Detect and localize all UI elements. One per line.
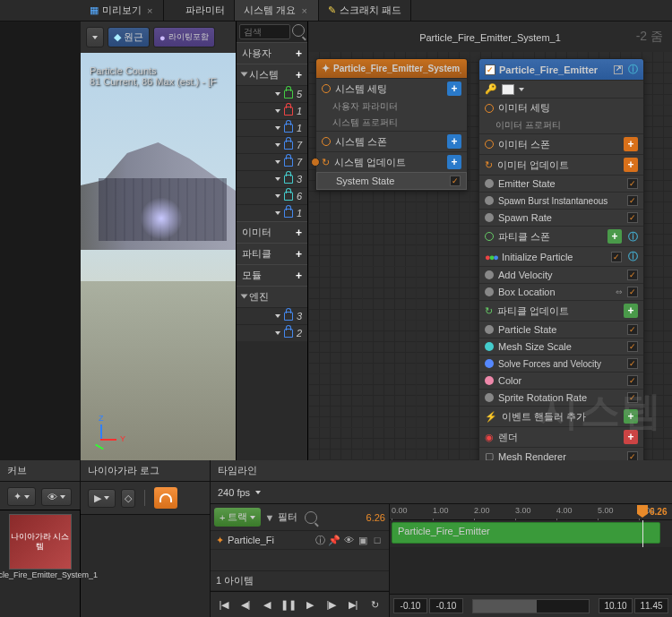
row-system-props[interactable]: 시스템 프로퍼티	[316, 115, 467, 131]
checkbox[interactable]	[627, 178, 638, 189]
filter-icon[interactable]: ▼	[264, 512, 274, 523]
play-button[interactable]: ▶	[300, 596, 320, 613]
add-button[interactable]: +	[447, 81, 461, 96]
param-row[interactable]: 3	[237, 307, 307, 324]
row-event-handler[interactable]: ⚡ 이벤트 핸들러 추가 +	[479, 406, 643, 426]
checkbox[interactable]	[627, 341, 638, 352]
info-icon[interactable]: ⓘ	[628, 63, 638, 76]
emitter-clip[interactable]: Particle_Fire_Emitter	[392, 522, 660, 544]
lock-icon[interactable]: ▣	[357, 534, 369, 546]
tab-overview[interactable]: 시스템 개요 ×	[235, 0, 319, 21]
section-system[interactable]: 시스템 +	[237, 64, 307, 85]
row-color[interactable]: Color	[479, 372, 643, 389]
tab-params[interactable]: 파라미터	[177, 0, 235, 21]
row-emitter-enable[interactable]: 🔑	[479, 80, 643, 98]
range-scrubber[interactable]	[472, 599, 590, 613]
row-user-params[interactable]: 사용자 파라미터	[316, 99, 467, 115]
close-icon[interactable]: ×	[300, 5, 309, 16]
chevron-down-icon[interactable]	[255, 491, 261, 494]
section-engine[interactable]: 엔진	[237, 286, 307, 307]
curve-view-button[interactable]: 👁	[41, 488, 72, 506]
row-add-velocity[interactable]: Add Velocity	[479, 266, 643, 283]
row-sprite-rotation[interactable]: Sprite Rotation Rate	[479, 389, 643, 406]
checkbox[interactable]	[627, 270, 638, 280]
row-emitter-settings[interactable]: 이미터 세팅	[479, 98, 643, 117]
plus-icon[interactable]: +	[296, 227, 302, 239]
time-start-inner[interactable]: -0.10	[429, 598, 463, 613]
row-system-settings[interactable]: 시스템 세팅 +	[316, 78, 467, 99]
add-button[interactable]: +	[447, 155, 461, 169]
section-particle[interactable]: 파티클 +	[237, 243, 307, 264]
info-icon[interactable]: ⓘ	[628, 250, 638, 263]
checkbox[interactable]	[627, 324, 638, 335]
param-row[interactable]: 6	[237, 187, 307, 204]
node-header[interactable]: Particle_Fire_Emitter ⓘ	[479, 59, 643, 80]
checkbox[interactable]	[627, 375, 638, 386]
goto-start-button[interactable]: |◀	[214, 596, 234, 613]
clip-area[interactable]: Particle_Fire_Emitter 6.26	[390, 520, 672, 547]
playhead[interactable]: 6.26	[642, 520, 643, 547]
row-emitter-state[interactable]: Emitter State	[479, 175, 643, 192]
add-button[interactable]: +	[624, 137, 638, 151]
row-system-spawn[interactable]: 시스템 스폰 +	[316, 131, 467, 151]
lighting-button[interactable]: ● 라이팅포함	[153, 27, 215, 47]
section-module[interactable]: 모듈 +	[237, 264, 307, 286]
eye-icon[interactable]: 👁	[342, 534, 355, 546]
emitter-node[interactable]: Particle_Fire_Emitter ⓘ 🔑 이미터 세팅 이미터 프로퍼…	[478, 58, 644, 466]
orbit-button[interactable]: ◆ 원근	[108, 27, 150, 47]
add-button[interactable]: +	[447, 134, 461, 149]
system-node[interactable]: ✦ Particle_Fire_Emitter_System_1 시스템 세팅 …	[315, 58, 468, 191]
search-input[interactable]	[239, 24, 290, 39]
tab-preview[interactable]: ▦ 미리보기 ×	[81, 0, 164, 21]
checkbox[interactable]	[627, 392, 638, 403]
step-forward-button[interactable]: |▶	[322, 596, 341, 613]
row-system-state[interactable]: System State	[316, 172, 467, 190]
add-button[interactable]: +	[624, 304, 638, 318]
pin-icon[interactable]	[311, 158, 320, 167]
row-solve-forces[interactable]: Solve Forces and Velocity	[479, 355, 643, 372]
graph-canvas[interactable]: ✦ Particle_Fire_Emitter_System_1 시스템 세팅 …	[308, 51, 672, 473]
close-icon[interactable]: ×	[145, 5, 154, 16]
viewport[interactable]: Particle Counts 81 Current, 86 Max (est.…	[81, 53, 236, 460]
tab-scratch[interactable]: ✎ 스크래치 패드	[319, 0, 411, 21]
add-track-button[interactable]: + 트랙	[214, 508, 261, 527]
search-icon[interactable]	[305, 511, 317, 524]
chevron-down-icon[interactable]	[519, 88, 524, 91]
pin-icon[interactable]: 📌	[328, 534, 340, 546]
param-row[interactable]: 2	[237, 324, 307, 341]
time-ruler[interactable]: 0.001.002.003.004.005.006.007.008.009.00	[390, 504, 672, 520]
row-system-update[interactable]: ↻ 시스템 업데이트 +	[316, 151, 467, 172]
row-mesh-scale[interactable]: Mesh Size Scale	[479, 338, 643, 355]
row-box-location[interactable]: Box Location⇔	[479, 283, 643, 300]
row-emitter-spawn[interactable]: 이미터 스폰 +	[479, 133, 643, 154]
play-reverse-button[interactable]: ◀	[257, 596, 277, 613]
row-emitter-props[interactable]: 이미터 프로퍼티	[479, 117, 643, 133]
curve-add-button[interactable]: ✦	[7, 487, 36, 506]
info-icon[interactable]: ⓘ	[314, 534, 326, 546]
row-emitter-update[interactable]: ↻ 이미터 업데이트 +	[479, 154, 643, 175]
param-row[interactable]: 3	[237, 170, 307, 187]
row-spawn-burst[interactable]: Spawn Burst Instantaneous	[479, 192, 643, 209]
row-particle-update[interactable]: ↻ 파티클 업데이트 +	[479, 300, 643, 321]
add-button[interactable]: +	[624, 158, 638, 172]
viewport-menu[interactable]	[86, 27, 104, 47]
section-emitter[interactable]: 이미터 +	[237, 221, 307, 243]
pause-button[interactable]: ❚❚	[279, 596, 298, 613]
row-particle-state[interactable]: Particle State	[479, 321, 643, 338]
tab-curve[interactable]: 커브	[7, 464, 27, 477]
fps-label[interactable]: 240 fps	[218, 487, 250, 498]
plus-icon[interactable]: +	[296, 69, 302, 81]
node-header[interactable]: ✦ Particle_Fire_Emitter_System_1	[316, 59, 467, 78]
popout-icon[interactable]	[614, 65, 623, 74]
checkbox[interactable]	[627, 195, 638, 206]
filter-label[interactable]: 필터	[278, 510, 297, 524]
enable-checkbox[interactable]	[485, 64, 495, 75]
param-row[interactable]: 1	[237, 204, 307, 221]
param-row[interactable]: 1	[237, 119, 307, 136]
goto-end-button[interactable]: ▶|	[343, 596, 363, 613]
add-button[interactable]: +	[607, 229, 622, 244]
checkbox[interactable]	[627, 358, 638, 369]
color-swatch[interactable]	[502, 84, 514, 95]
section-user[interactable]: 사용자 +	[237, 42, 307, 64]
row-spawn-rate[interactable]: Spawn Rate	[479, 209, 643, 226]
